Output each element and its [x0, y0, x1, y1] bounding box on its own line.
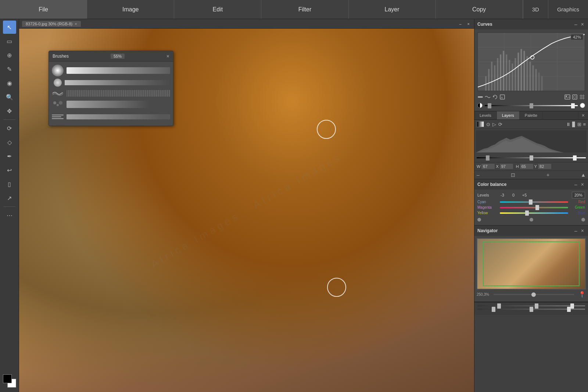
layers-close-btn[interactable]: × — [581, 112, 586, 118]
curves-adjust-icon[interactable] — [572, 94, 578, 100]
curves-graph[interactable]: 42% — [477, 32, 585, 91]
tool-rect-select[interactable]: ▭ — [3, 35, 16, 48]
tool-select[interactable]: ↖ — [3, 21, 16, 34]
cyan-red-slider[interactable] — [500, 201, 568, 203]
tool-lasso[interactable]: ⊕ — [3, 48, 16, 62]
nav-close-btn[interactable]: × — [580, 228, 585, 234]
nav-zoom-label: 250,3% — [477, 292, 489, 296]
canvas-viewport[interactable]: Africa Images · Africa Images Brushes 55… — [19, 29, 474, 392]
curves-grid-icon[interactable] — [579, 94, 585, 100]
tool-eyedrop[interactable]: ◉ — [3, 76, 16, 90]
nav-zoom-thumb[interactable] — [531, 292, 536, 297]
zoom-in-btn[interactable]: + — [546, 172, 549, 178]
nav-thumbnail[interactable] — [477, 238, 586, 289]
tool-crop[interactable]: ▯ — [3, 177, 16, 191]
menu-copy[interactable]: Copy — [436, 0, 523, 19]
bslider-2-thumb-right[interactable] — [567, 307, 571, 312]
bslider-1-thumb-left[interactable] — [497, 303, 501, 309]
svg-rect-15 — [503, 51, 504, 91]
layer-alt-btn[interactable]: ⊞ — [577, 122, 581, 127]
layers-thumb-2[interactable] — [530, 155, 533, 161]
brush-item-2[interactable] — [52, 79, 170, 87]
zoom-out-btn[interactable]: – — [477, 172, 480, 178]
y-value[interactable] — [538, 164, 551, 169]
curves-slider-thumb-mid[interactable] — [530, 103, 533, 108]
bslider-2-thumb-left[interactable] — [492, 307, 495, 312]
tool-more[interactable]: ⋯ — [3, 209, 16, 222]
zoom-triangle-btn[interactable]: ▲ — [581, 172, 586, 178]
x-value[interactable] — [500, 164, 513, 169]
tab-levels[interactable]: Levels — [474, 111, 497, 119]
cb-dot-right[interactable] — [581, 218, 585, 222]
w-value[interactable] — [481, 164, 495, 169]
curves-slider-thumb-left[interactable] — [488, 103, 491, 108]
layer-btn-1[interactable]: ⊙ — [486, 122, 490, 127]
tool-gradient[interactable]: ↗ — [3, 191, 16, 205]
tool-rotate[interactable]: ⟳ — [3, 122, 16, 135]
curves-slider-thumb-right[interactable] — [571, 103, 575, 108]
brush-item-4[interactable] — [52, 100, 170, 109]
nav-map-icon[interactable]: 📍 — [578, 291, 586, 298]
brush-item-3[interactable] — [52, 89, 170, 98]
cb-close-btn[interactable]: × — [580, 181, 585, 187]
layers-thumb-3[interactable] — [573, 155, 577, 161]
magenta-green-slider[interactable] — [500, 207, 568, 208]
layer-bar-btn[interactable]: ▊ — [572, 122, 576, 127]
layers-thumb-1[interactable] — [486, 155, 490, 161]
layer-pause-btn[interactable]: ⏸ — [566, 122, 571, 127]
layer-btn-2[interactable]: ▷ — [492, 122, 496, 127]
curves-gradient-slider[interactable] — [485, 105, 578, 106]
h-value[interactable] — [520, 164, 533, 169]
bslider-2[interactable] — [477, 309, 585, 310]
curves-close-btn[interactable]: × — [580, 21, 585, 27]
brush-item-5[interactable] — [52, 111, 170, 123]
nav-zoom-slider[interactable] — [494, 294, 574, 295]
layer-menu-btn[interactable]: ≡ — [583, 122, 586, 127]
cb-dot-left[interactable] — [477, 218, 481, 222]
zoom-fit-btn[interactable]: ⊡ — [511, 172, 515, 178]
tab-layers[interactable]: Layers — [497, 111, 520, 119]
cyan-red-thumb[interactable] — [529, 199, 533, 205]
menu-layer[interactable]: Layer — [349, 0, 436, 19]
menu-3d[interactable]: 3D — [523, 0, 548, 19]
menu-graphics[interactable]: Graphics — [548, 0, 588, 19]
menu-image[interactable]: Image — [87, 0, 174, 19]
bslider-1-thumb-mid[interactable] — [535, 303, 538, 309]
color-boxes[interactable] — [3, 374, 16, 388]
canvas-tab-close[interactable]: × — [75, 22, 77, 26]
curves-white-point[interactable] — [580, 103, 585, 108]
curves-output-icon[interactable] — [485, 94, 491, 100]
yellow-blue-thumb[interactable] — [525, 211, 529, 216]
curves-auto-icon[interactable]: A — [499, 94, 505, 100]
tab-palette[interactable]: Palette — [520, 111, 543, 119]
tool-pen[interactable]: ✒ — [3, 150, 16, 163]
tool-heal[interactable]: ↩ — [3, 163, 16, 177]
layer-btn-3[interactable]: ⟳ — [498, 122, 502, 127]
nav-minimize-btn[interactable]: – — [573, 228, 578, 234]
cb-minimize-btn[interactable]: – — [573, 181, 578, 187]
magenta-green-thumb[interactable] — [535, 205, 539, 210]
bslider-2-thumb-mid[interactable] — [530, 307, 533, 312]
tool-brush[interactable]: ✎ — [3, 62, 16, 76]
menu-edit[interactable]: Edit — [174, 0, 261, 19]
menu-file[interactable]: File — [0, 0, 87, 19]
bslider-1-thumb-right[interactable] — [570, 303, 574, 309]
canvas-tab[interactable]: 83726-0.jpg 30% (RGB-8) × — [22, 21, 81, 27]
cb-dot-mid[interactable] — [530, 218, 533, 222]
curves-minimize-btn[interactable]: – — [573, 21, 578, 27]
curves-black-point[interactable] — [477, 103, 483, 108]
tool-shape[interactable]: ◇ — [3, 136, 16, 149]
yellow-blue-slider[interactable] — [500, 212, 568, 214]
brush-item-1[interactable] — [52, 65, 170, 76]
curves-reset-icon[interactable] — [492, 94, 498, 100]
tool-zoom[interactable]: 🔍 — [3, 90, 16, 104]
canvas-close-btn[interactable]: × — [467, 22, 470, 26]
canvas-minimize-btn[interactable]: – — [459, 22, 461, 26]
foreground-color-box[interactable] — [3, 374, 12, 383]
curves-image-icon[interactable] — [564, 94, 570, 100]
brushes-close-btn[interactable]: × — [166, 53, 169, 59]
bslider-1[interactable] — [477, 305, 585, 306]
curves-input-icon[interactable] — [477, 94, 483, 100]
menu-filter[interactable]: Filter — [261, 0, 348, 19]
tool-move[interactable]: ✥ — [3, 104, 16, 118]
